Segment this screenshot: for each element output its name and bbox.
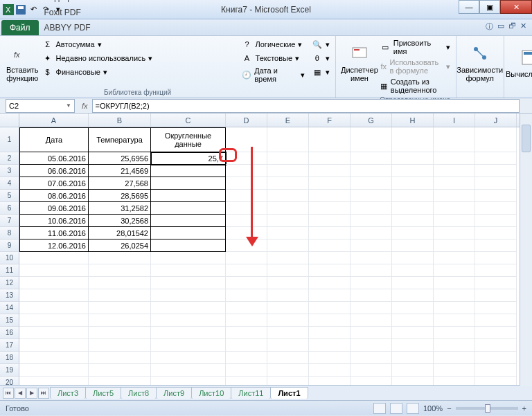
cell[interactable] bbox=[19, 339, 89, 352]
row-header[interactable]: 18 bbox=[0, 352, 19, 364]
cell[interactable] bbox=[351, 277, 392, 289]
cell[interactable] bbox=[226, 165, 267, 177]
cell[interactable]: Дата bbox=[19, 127, 89, 152]
cell[interactable] bbox=[19, 352, 89, 364]
cell[interactable]: 10.06.2016 bbox=[19, 215, 89, 227]
cell[interactable] bbox=[434, 202, 475, 215]
zoom-in-button[interactable]: + bbox=[522, 404, 526, 413]
cell[interactable]: 06.06.2016 bbox=[19, 165, 89, 177]
row-header[interactable]: 16 bbox=[0, 327, 19, 339]
cell[interactable] bbox=[309, 165, 351, 177]
name-box-dropdown-icon[interactable]: ▼ bbox=[66, 102, 71, 109]
cell[interactable] bbox=[434, 352, 475, 364]
close-doc-icon[interactable]: ✕ bbox=[520, 21, 526, 32]
column-header[interactable]: F bbox=[309, 114, 351, 127]
cell[interactable] bbox=[89, 352, 151, 364]
cell[interactable] bbox=[267, 177, 309, 190]
cell[interactable] bbox=[226, 177, 267, 190]
ribbon-tab[interactable]: ABBYY PDF bbox=[39, 20, 96, 35]
cell[interactable] bbox=[351, 252, 392, 264]
cell[interactable] bbox=[434, 327, 475, 339]
cell[interactable] bbox=[19, 302, 89, 314]
use-in-formula-button[interactable]: fxИспользовать в формуле ▾ bbox=[379, 57, 452, 75]
column-header[interactable]: A bbox=[19, 114, 89, 127]
column-header[interactable]: I bbox=[434, 114, 475, 127]
cell[interactable] bbox=[151, 364, 226, 377]
tab-nav-last[interactable]: ⏭ bbox=[38, 388, 49, 399]
sheet-tab[interactable]: Лист11 bbox=[231, 387, 271, 399]
minimize-button[interactable]: — bbox=[459, 0, 479, 14]
cell[interactable] bbox=[434, 339, 475, 352]
cell[interactable] bbox=[226, 215, 267, 227]
cell[interactable] bbox=[351, 177, 392, 190]
cell[interactable] bbox=[434, 127, 475, 152]
create-from-sel-button[interactable]: ▦Создать из выделенного bbox=[379, 77, 452, 95]
row-header[interactable]: 4 bbox=[0, 177, 19, 190]
cell[interactable]: 28,5695 bbox=[89, 190, 151, 202]
cell[interactable] bbox=[267, 190, 309, 202]
cell[interactable]: 25,6956 bbox=[89, 152, 151, 165]
cell[interactable] bbox=[151, 327, 226, 339]
cell[interactable] bbox=[151, 202, 226, 215]
cell[interactable]: 26,0254 bbox=[89, 239, 151, 252]
cell[interactable] bbox=[267, 202, 309, 215]
cell[interactable] bbox=[151, 302, 226, 314]
cell[interactable] bbox=[434, 190, 475, 202]
name-manager-button[interactable]: Диспетчер имен bbox=[340, 38, 379, 87]
cell[interactable] bbox=[475, 314, 517, 327]
cell[interactable] bbox=[392, 339, 434, 352]
cell[interactable] bbox=[351, 215, 392, 227]
cell[interactable] bbox=[309, 314, 351, 327]
cell[interactable] bbox=[267, 152, 309, 165]
row-header[interactable]: 9 bbox=[0, 239, 19, 252]
cell[interactable] bbox=[226, 339, 267, 352]
cell[interactable] bbox=[351, 190, 392, 202]
cell[interactable] bbox=[226, 327, 267, 339]
cell[interactable]: 25,7 bbox=[151, 152, 226, 165]
datetime-button[interactable]: 🕘Дата и время ▾ bbox=[240, 66, 306, 84]
cell[interactable] bbox=[392, 302, 434, 314]
cell[interactable] bbox=[151, 314, 226, 327]
help-icon[interactable]: ⓘ bbox=[486, 21, 493, 32]
cell[interactable] bbox=[392, 227, 434, 239]
cell[interactable] bbox=[151, 177, 226, 190]
cell[interactable] bbox=[392, 252, 434, 264]
cell[interactable] bbox=[226, 252, 267, 264]
column-header[interactable]: C bbox=[151, 114, 226, 127]
row-header[interactable]: 11 bbox=[0, 264, 19, 277]
cell[interactable] bbox=[309, 252, 351, 264]
cell[interactable] bbox=[309, 177, 351, 190]
cell[interactable] bbox=[19, 277, 89, 289]
cell[interactable] bbox=[309, 364, 351, 377]
cell[interactable] bbox=[151, 239, 226, 252]
cell[interactable] bbox=[309, 327, 351, 339]
cell[interactable] bbox=[434, 377, 475, 385]
cell[interactable] bbox=[267, 227, 309, 239]
cell[interactable] bbox=[434, 364, 475, 377]
financial-button[interactable]: $Финансовые ▾ bbox=[41, 66, 235, 78]
cell[interactable] bbox=[151, 352, 226, 364]
row-header[interactable]: 10 bbox=[0, 252, 19, 264]
cell[interactable] bbox=[226, 377, 267, 385]
cell[interactable] bbox=[151, 190, 226, 202]
cell[interactable] bbox=[309, 277, 351, 289]
tab-nav-first[interactable]: ⏮ bbox=[3, 388, 14, 399]
cell[interactable] bbox=[19, 314, 89, 327]
lookup-button[interactable]: 🔍▾ bbox=[310, 38, 331, 51]
maximize-button[interactable]: ▣ bbox=[479, 0, 500, 14]
cell[interactable] bbox=[89, 364, 151, 377]
row-header[interactable]: 1 bbox=[0, 127, 19, 152]
excel-icon[interactable]: X bbox=[3, 4, 14, 15]
cell[interactable] bbox=[309, 227, 351, 239]
cell[interactable] bbox=[434, 264, 475, 277]
cell[interactable] bbox=[351, 227, 392, 239]
close-button[interactable]: ✕ bbox=[500, 0, 532, 14]
cell[interactable] bbox=[392, 127, 434, 152]
text-button[interactable]: AТекстовые ▾ bbox=[240, 52, 306, 64]
cell[interactable] bbox=[434, 302, 475, 314]
cell[interactable] bbox=[351, 302, 392, 314]
restore-window-icon[interactable]: 🗗 bbox=[508, 21, 516, 32]
cell[interactable] bbox=[351, 289, 392, 302]
cell[interactable] bbox=[309, 339, 351, 352]
ribbon-tab[interactable]: Надстрой bbox=[39, 0, 96, 5]
